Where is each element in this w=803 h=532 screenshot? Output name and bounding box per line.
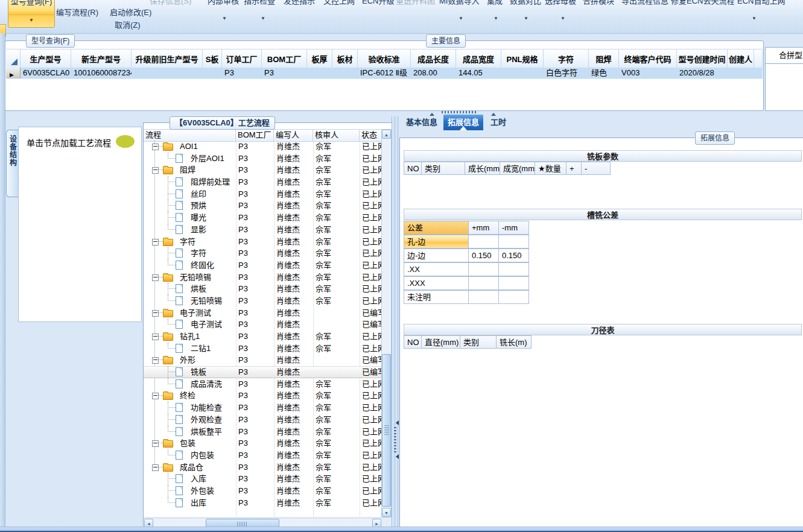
table-cell[interactable]: 未注明 bbox=[404, 290, 469, 304]
toolbar-item[interactable]: 取消(Z) bbox=[115, 19, 141, 30]
tree-row[interactable]: 外层AOI1P3肖维杰佘军已上网 bbox=[144, 153, 382, 165]
table-cell[interactable] bbox=[499, 290, 529, 304]
column-header[interactable]: - bbox=[582, 162, 611, 175]
toolbar-item[interactable]: 编写流程(R) bbox=[56, 6, 98, 17]
table-row[interactable]: 未注明 bbox=[404, 290, 529, 304]
toolbar-item[interactable]: MI数据导入 bbox=[439, 0, 479, 6]
column-header[interactable]: 公差 bbox=[404, 221, 469, 235]
column-header[interactable]: 型号创建时间 bbox=[677, 49, 728, 68]
dropdown-arrow-icon[interactable]: ▼ bbox=[222, 16, 227, 22]
table-cell[interactable]: .XX bbox=[404, 262, 469, 276]
column-header[interactable]: +mm bbox=[469, 221, 499, 235]
column-header[interactable]: 字符 bbox=[544, 49, 589, 68]
tree-row[interactable]: 无铅喷锡P3肖维杰佘军已上网 bbox=[144, 271, 382, 283]
dropdown-arrow-icon[interactable]: ▼ bbox=[261, 16, 265, 22]
table-cell[interactable]: IPC-6012 Ⅱ级 bbox=[358, 68, 411, 78]
collapse-icon[interactable] bbox=[152, 274, 159, 281]
toolbar-item[interactable]: 合拼模块 bbox=[583, 0, 614, 6]
scroll-up-button[interactable]: ▲ bbox=[382, 130, 391, 139]
table-cell[interactable] bbox=[469, 235, 499, 249]
tab-extended-info[interactable]: 拓展信息 bbox=[443, 115, 483, 130]
device-structure-tab[interactable]: 设备结构 bbox=[6, 130, 19, 197]
table-cell[interactable]: P3 bbox=[222, 68, 262, 78]
column-header[interactable]: 成长(mm) bbox=[465, 162, 500, 175]
tree-row[interactable]: 外观检查P3肖维杰佘军已上网 bbox=[144, 414, 382, 426]
column-header[interactable]: 板材 bbox=[332, 49, 358, 68]
column-header[interactable]: BOM工厂 bbox=[262, 49, 307, 68]
splitter-grip[interactable] bbox=[394, 427, 396, 452]
collapse-icon[interactable] bbox=[152, 393, 159, 399]
table-cell[interactable] bbox=[469, 262, 499, 276]
table-cell[interactable]: 6V0035CLA0 bbox=[21, 68, 71, 78]
tree-row[interactable]: 显影P3肖维杰佘军已上网 bbox=[144, 224, 382, 236]
column-header[interactable]: 生产型号 bbox=[21, 49, 71, 68]
main-info-data-row[interactable]: ▶6V0035CLA010010600087234P3P3IPC-6012 Ⅱ级… bbox=[6, 68, 763, 79]
tree-row[interactable]: 铣板P3肖维杰已编写 bbox=[144, 366, 382, 378]
column-header[interactable]: -mm bbox=[499, 221, 529, 235]
table-cell[interactable]: P3 bbox=[262, 68, 307, 78]
table-cell[interactable] bbox=[307, 68, 332, 78]
tree-row[interactable]: AOI1P3肖维杰佘军已上网 bbox=[144, 141, 382, 153]
tree-row[interactable]: 丝印P3肖维杰佘军已上网 bbox=[144, 188, 382, 200]
column-header[interactable]: 升级前旧生产型号 bbox=[132, 49, 203, 68]
column-header[interactable]: 订单工厂 bbox=[222, 49, 262, 68]
table-cell[interactable]: 0.150 bbox=[469, 249, 499, 262]
column-header[interactable]: 阻焊 bbox=[589, 49, 619, 68]
tree-row[interactable]: 入库P3肖维杰佘军已上网 bbox=[144, 473, 382, 485]
tree-row[interactable]: 阻焊P3肖维杰佘军已上网 bbox=[144, 164, 382, 176]
dropdown-arrow-icon[interactable]: ▼ bbox=[524, 16, 528, 22]
table-cell[interactable] bbox=[332, 68, 358, 78]
table-cell[interactable] bbox=[132, 68, 203, 78]
table-cell[interactable] bbox=[499, 276, 529, 290]
table-cell[interactable] bbox=[499, 262, 529, 276]
dropdown-arrow-icon[interactable]: ▼ bbox=[560, 16, 565, 22]
horizontal-splitter-grip[interactable] bbox=[430, 110, 496, 115]
tree-vertical-scrollbar[interactable]: ▲ ▼ bbox=[381, 129, 392, 518]
column-header[interactable]: 新生产型号 bbox=[71, 49, 132, 68]
table-cell[interactable] bbox=[501, 68, 544, 78]
table-cell[interactable] bbox=[728, 68, 754, 78]
toolbar-item[interactable]: 文控上网 bbox=[323, 0, 355, 6]
table-cell[interactable] bbox=[754, 68, 763, 78]
table-cell[interactable]: 0.150 bbox=[499, 249, 529, 262]
tree-row[interactable]: 无铅喷锡P3肖维杰佘军已上网 bbox=[144, 295, 382, 307]
table-row[interactable]: .XX bbox=[404, 262, 529, 276]
column-header[interactable]: 验收标准 bbox=[358, 49, 411, 68]
toolbar-item[interactable]: 启动修改(E) bbox=[110, 6, 151, 17]
tree-row[interactable]: 烘板P3肖维杰佘军已上网 bbox=[144, 283, 382, 295]
tree-row[interactable]: 钻孔1P3肖维杰佘军已上网 bbox=[144, 331, 382, 343]
tree-row[interactable]: 字符P3肖维杰佘军已上网 bbox=[144, 247, 382, 259]
table-cell[interactable]: 边-边 bbox=[404, 249, 469, 262]
tab-basic-info[interactable]: 基本信息 bbox=[403, 115, 440, 130]
column-header[interactable]: + bbox=[567, 162, 582, 175]
column-header[interactable]: S板 bbox=[203, 49, 222, 68]
table-row[interactable]: 边-边0.1500.150 bbox=[404, 249, 529, 262]
column-header[interactable]: 铣长(m) bbox=[497, 335, 532, 349]
toolbar-item[interactable]: 指示检查 bbox=[244, 0, 275, 6]
tree-row[interactable]: 字符P3肖维杰佘军已上网 bbox=[144, 236, 382, 248]
tree-row[interactable]: 终检P3肖维杰佘军已上网 bbox=[144, 390, 382, 402]
dropdown-arrow-icon[interactable]: ▼ bbox=[459, 16, 463, 22]
tree-row[interactable]: 终固化P3肖维杰佘军已上网 bbox=[144, 259, 382, 271]
collapse-icon[interactable] bbox=[152, 334, 159, 340]
tree-row[interactable]: 电子测试P3肖维杰已编写 bbox=[144, 318, 382, 331]
row-selector-cell[interactable]: ▶ bbox=[6, 68, 21, 78]
table-cell[interactable]: 绿色 bbox=[589, 68, 619, 78]
table-cell[interactable]: 144.05 bbox=[456, 68, 501, 78]
collapse-icon[interactable] bbox=[152, 464, 159, 471]
toolbar-item[interactable]: 修复ECN丢失流程 bbox=[671, 0, 734, 6]
dropdown-arrow-icon[interactable]: ▼ bbox=[8, 17, 54, 23]
vertical-scrollbar-thumb[interactable] bbox=[382, 354, 391, 507]
column-header[interactable]: 终端客户代码 bbox=[619, 49, 677, 68]
table-cell[interactable] bbox=[499, 235, 529, 249]
tree-row[interactable]: 功能检查P3肖维杰佘军已上网 bbox=[144, 402, 382, 414]
collapse-icon[interactable] bbox=[152, 357, 159, 364]
tree-row[interactable]: 预烘P3肖维杰佘军已上网 bbox=[144, 200, 382, 212]
table-cell[interactable]: 孔-边 bbox=[404, 235, 469, 249]
tree-column-header[interactable]: 编写人 bbox=[274, 130, 313, 141]
tree-row[interactable]: 烘板整平P3肖维杰佘军已上网 bbox=[144, 426, 382, 438]
column-header[interactable]: ★数量 bbox=[535, 162, 567, 175]
column-header[interactable]: NO bbox=[404, 162, 422, 175]
table-cell[interactable]: 白色字符 bbox=[544, 68, 589, 78]
tree-row[interactable]: 外形P3肖维杰已编写 bbox=[144, 354, 382, 366]
